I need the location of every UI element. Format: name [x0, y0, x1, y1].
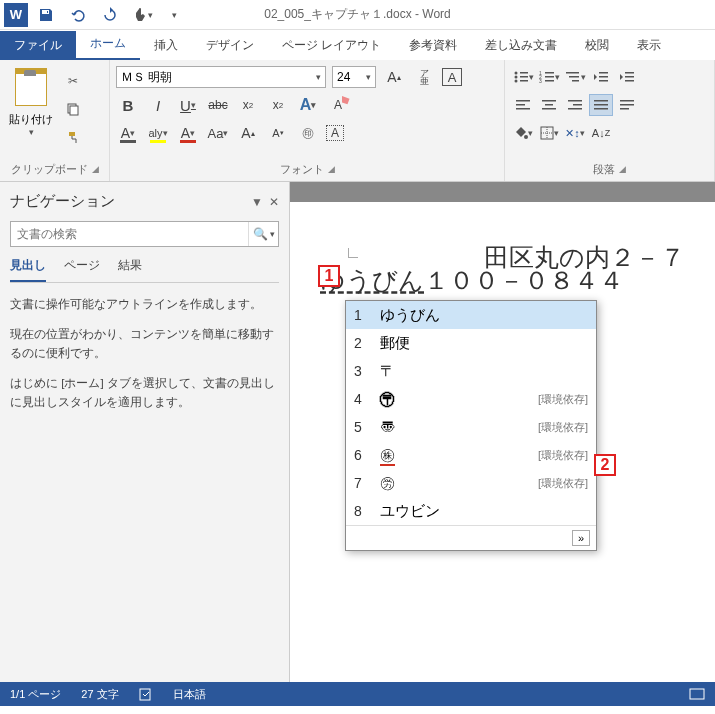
ime-candidate-2[interactable]: 2郵便 — [346, 329, 596, 357]
nav-tab-results[interactable]: 結果 — [118, 257, 142, 282]
nav-search[interactable]: 🔍▾ — [10, 221, 279, 247]
svg-rect-44 — [690, 689, 704, 699]
undo-icon[interactable] — [64, 3, 92, 27]
align-left-icon[interactable] — [511, 94, 535, 116]
align-center-icon[interactable] — [537, 94, 561, 116]
nav-tab-headings[interactable]: 見出し — [10, 257, 46, 282]
grow-font-icon[interactable]: A▴ — [382, 66, 406, 88]
qat-customize-icon[interactable]: ▾ — [160, 3, 188, 27]
font-label: フォント — [280, 162, 324, 177]
tab-mailings[interactable]: 差し込み文書 — [471, 31, 571, 60]
superscript-button[interactable]: x2 — [266, 94, 290, 116]
distribute-icon[interactable] — [615, 94, 639, 116]
workspace: ナビゲーション ▼✕ 🔍▾ 見出し ページ 結果 文書に操作可能なアウトラインを… — [0, 182, 715, 682]
char-shading-icon[interactable]: A▾ — [116, 122, 140, 144]
ime-candidate-5[interactable]: 5〠[環境依存] — [346, 413, 596, 441]
status-proofing-icon[interactable] — [139, 687, 153, 701]
underline-button[interactable]: U ▾ — [176, 94, 200, 116]
align-justify-icon[interactable] — [589, 94, 613, 116]
touch-mode-icon[interactable]: ▾ — [128, 3, 156, 27]
ime-expand-icon[interactable]: » — [572, 530, 590, 546]
ribbon: 貼り付け ▾ ✂ クリップボード◢ ＭＳ 明朝▾ 24▾ A▴ ア亜 A B I — [0, 60, 715, 182]
paste-label: 貼り付け — [9, 112, 53, 127]
cut-icon[interactable]: ✂ — [62, 70, 84, 92]
ruler-marker-icon — [348, 248, 358, 258]
highlight-icon[interactable]: aly▾ — [146, 122, 170, 144]
tab-design[interactable]: デザイン — [192, 31, 268, 60]
ime-candidate-7[interactable]: 7㊘[環境依存] — [346, 469, 596, 497]
search-input[interactable] — [11, 222, 248, 246]
ime-candidate-1[interactable]: 1ゆうびん — [346, 301, 596, 329]
char-format-icon[interactable]: A — [326, 125, 344, 141]
save-icon[interactable] — [32, 3, 60, 27]
paragraph-launcher-icon[interactable]: ◢ — [619, 164, 626, 174]
shrink-font-icon[interactable]: A▴ — [236, 122, 260, 144]
search-icon[interactable]: 🔍▾ — [248, 222, 278, 246]
redo-icon[interactable] — [96, 3, 124, 27]
clear-formatting-icon[interactable]: A — [326, 94, 350, 116]
status-word-count[interactable]: 27 文字 — [81, 687, 118, 702]
status-page[interactable]: 1/1 ページ — [10, 687, 61, 702]
borders-icon[interactable]: ▾ — [537, 122, 561, 144]
svg-rect-10 — [545, 72, 554, 74]
status-language[interactable]: 日本語 — [173, 687, 206, 702]
tab-view[interactable]: 表示 — [623, 31, 675, 60]
asian-layout-icon[interactable]: ✕↕▾ — [563, 122, 587, 144]
ime-candidate-list[interactable]: 1ゆうびん2郵便3〒4〶[環境依存]5〠[環境依存]6㊑[環境依存]7㊘[環境依… — [345, 300, 597, 551]
italic-button[interactable]: I — [146, 94, 170, 116]
font-color-icon[interactable]: A▾ — [176, 122, 200, 144]
svg-rect-27 — [542, 100, 556, 102]
group-font: ＭＳ 明朝▾ 24▾ A▴ ア亜 A B I U ▾ abc x2 x2 A▾ … — [110, 60, 505, 181]
enclose-char-icon[interactable]: ㊞ — [296, 122, 320, 144]
shading-icon[interactable]: ▾ — [511, 122, 535, 144]
tab-review[interactable]: 校閲 — [571, 31, 623, 60]
subscript-button[interactable]: x2 — [236, 94, 260, 116]
nav-dropdown-icon[interactable]: ▼ — [251, 195, 263, 209]
bullets-icon[interactable]: ▾ — [511, 66, 535, 88]
page[interactable]: 1 ゆうびん１００－０８４４ 田区丸の内２－７ 1ゆうびん2郵便3〒4〶[環境依… — [290, 202, 715, 682]
font-name-combo[interactable]: ＭＳ 明朝▾ — [116, 66, 326, 88]
svg-rect-16 — [569, 76, 579, 78]
copy-icon[interactable] — [62, 98, 84, 120]
phonetic-guide-icon[interactable]: ア亜 — [412, 66, 436, 88]
clipboard-launcher-icon[interactable]: ◢ — [92, 164, 99, 174]
svg-rect-34 — [594, 104, 608, 106]
ime-candidate-8[interactable]: 8ユウビン — [346, 497, 596, 525]
sort-icon[interactable]: A↓Z — [589, 122, 613, 144]
ime-candidate-4[interactable]: 4〶[環境依存] — [346, 385, 596, 413]
tab-file[interactable]: ファイル — [0, 31, 76, 60]
status-view-icon[interactable] — [689, 688, 705, 700]
increase-indent-icon[interactable] — [615, 66, 639, 88]
svg-rect-1 — [70, 106, 78, 115]
char-border-icon[interactable]: A — [442, 68, 462, 86]
nav-tab-pages[interactable]: ページ — [64, 257, 100, 282]
align-right-icon[interactable] — [563, 94, 587, 116]
shrink-font2-icon[interactable]: A▾ — [266, 122, 290, 144]
format-painter-icon[interactable] — [62, 126, 84, 148]
tab-home[interactable]: ホーム — [76, 29, 140, 60]
multilevel-list-icon[interactable]: ▾ — [563, 66, 587, 88]
font-launcher-icon[interactable]: ◢ — [328, 164, 335, 174]
status-bar: 1/1 ページ 27 文字 日本語 — [0, 682, 715, 706]
change-case-icon[interactable]: Aa▾ — [206, 122, 230, 144]
nav-close-icon[interactable]: ✕ — [269, 195, 279, 209]
svg-rect-32 — [568, 108, 582, 110]
tab-references[interactable]: 参考資料 — [395, 31, 471, 60]
numbering-icon[interactable]: 123▾ — [537, 66, 561, 88]
strikethrough-button[interactable]: abc — [206, 94, 230, 116]
svg-rect-21 — [625, 72, 634, 74]
ime-candidate-6[interactable]: 6㊑[環境依存] — [346, 441, 596, 469]
nav-title: ナビゲーション — [10, 192, 115, 211]
tab-layout[interactable]: ページ レイアウト — [268, 31, 395, 60]
svg-rect-8 — [520, 80, 528, 82]
tab-insert[interactable]: 挿入 — [140, 31, 192, 60]
decrease-indent-icon[interactable] — [589, 66, 613, 88]
bold-button[interactable]: B — [116, 94, 140, 116]
paste-button[interactable]: 貼り付け ▾ — [6, 64, 56, 156]
font-size-combo[interactable]: 24▾ — [332, 66, 376, 88]
word-app-icon[interactable]: W — [4, 3, 28, 27]
document-area[interactable]: 1 ゆうびん１００－０８４４ 田区丸の内２－７ 1ゆうびん2郵便3〒4〶[環境依… — [290, 182, 715, 682]
text-effects-icon[interactable]: A▾ — [296, 94, 320, 116]
svg-rect-4 — [520, 72, 528, 74]
ime-candidate-3[interactable]: 3〒 — [346, 357, 596, 385]
